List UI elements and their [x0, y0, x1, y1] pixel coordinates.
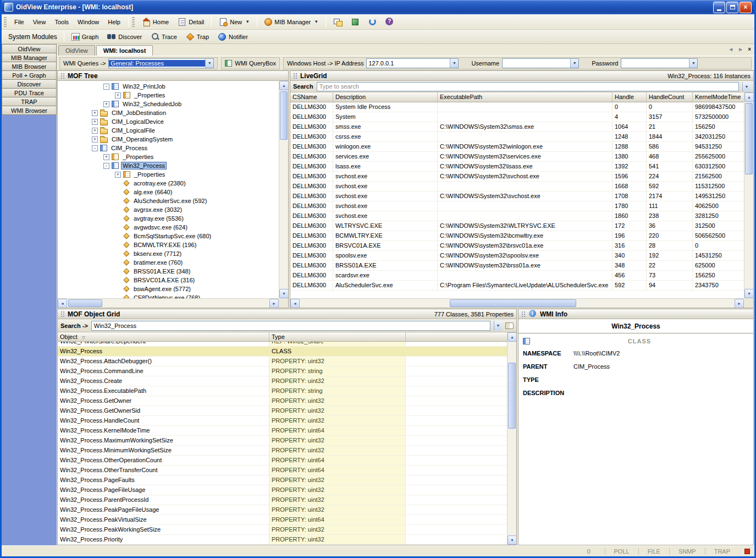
mib-manager-button[interactable]: MIB Manager ▼ — [261, 17, 322, 28]
home-button[interactable]: Home — [138, 16, 173, 28]
livegrid-row[interactable]: DELLM6300scardsvr.exe45673156250 — [290, 271, 744, 281]
scrollbar-thumb[interactable] — [508, 363, 516, 429]
column-header-executablepath[interactable]: ExecutablePath — [438, 92, 612, 102]
book-icon[interactable] — [505, 322, 514, 329]
mofgrid-row[interactable]: Win32_Process.OtherOperationCountPROPERT… — [58, 456, 507, 466]
mofgrid-row[interactable]: Win32_Process.OtherTransferCountPROPERTY… — [58, 466, 507, 475]
detail-button[interactable]: Detail — [174, 17, 208, 28]
mofgrid-row[interactable]: Win32_ProcessCLASS — [58, 347, 507, 357]
tree-expander[interactable]: + — [92, 136, 98, 143]
livegrid-row[interactable]: DELLM6300svchost.exe17801114062500 — [290, 201, 744, 211]
tree-item[interactable]: +CIM_JobDestination — [58, 108, 279, 117]
new-button[interactable]: New ▼ — [215, 17, 253, 28]
livegrid-row[interactable]: DELLM6300System Idle Process009869984375… — [290, 102, 744, 112]
tree-item[interactable]: CF8DotNetsvc.exe (768) — [58, 293, 279, 298]
tree-expander[interactable]: + — [115, 172, 121, 178]
chevron-down-icon[interactable]: ▼ — [494, 321, 502, 331]
mofgrid-row[interactable]: Win32_Process.MinimumWorkingSetSizePROPE… — [58, 446, 507, 456]
windows-tool-button[interactable] — [329, 16, 346, 28]
chevron-down-icon[interactable]: ▼ — [570, 59, 578, 68]
mofgrid-row[interactable]: Win32_Process.AttachDebugger()PROPERTY: … — [58, 357, 507, 366]
sidebar-item-mib-browser[interactable]: MIB Browser — [2, 62, 57, 71]
toolbar-graph-button[interactable]: Graph — [68, 31, 103, 42]
tree-item[interactable]: -CIM_Process — [58, 144, 279, 152]
column-header-type[interactable]: Type — [269, 332, 406, 341]
livegrid-hscrollbar[interactable]: ◄ ► — [290, 298, 744, 308]
tree-item[interactable]: BRSS01A.EXE (348) — [58, 267, 279, 276]
livegrid-row[interactable]: DELLM6300svchost.exeC:\WINDOWS\System32\… — [290, 192, 744, 201]
scroll-down-icon[interactable]: ▼ — [744, 289, 753, 298]
mofgrid-row[interactable]: Win32_Process.PeakWorkingSetSizePROPERTY… — [58, 525, 507, 535]
mofgrid-row[interactable]: Win32_Process.PageFaultsPROPERTY: uint32 — [58, 475, 507, 485]
chevron-down-icon[interactable]: ▼ — [689, 59, 697, 68]
livegrid-row[interactable]: DELLM6300lsass.exeC:\WINDOWS\system32\ls… — [290, 162, 744, 172]
tree-item[interactable]: avgrsx.exe (3032) — [58, 205, 279, 214]
scroll-left-icon[interactable]: ◄ — [58, 299, 67, 308]
livegrid-row[interactable]: DELLM6300BCMWLTRY.EXEC:\WINDOWS\System32… — [290, 231, 744, 241]
livegrid-row[interactable]: DELLM6300WLTRYSVC.EXEC:\WINDOWS\System32… — [290, 221, 744, 231]
livegrid-search-input[interactable]: Type to search — [317, 82, 739, 91]
tab-scroll-right-icon[interactable]: ► — [738, 46, 743, 52]
tree-item[interactable]: +_Properties — [58, 152, 279, 161]
mofgrid-row[interactable]: Win32_Process.GetOwnerPROPERTY: uint32 — [58, 396, 507, 406]
minimize-button[interactable] — [713, 2, 725, 13]
tree-item[interactable]: +CIM_OperatingSystem — [58, 135, 279, 144]
toolbar-trace-button[interactable]: Trace — [147, 31, 181, 42]
toolbar-discover-button[interactable]: Discover — [103, 31, 146, 42]
column-header-handle[interactable]: Handle — [612, 92, 647, 102]
livegrid-row[interactable]: DELLM6300csrss.exe12481844342031250 — [290, 132, 744, 142]
mofgrid-row[interactable]: Win32_Process.KernelModeTimePROPERTY: ui… — [58, 426, 507, 436]
livegrid-row[interactable]: DELLM6300spoolsv.exeC:\WINDOWS\system32\… — [290, 251, 744, 261]
tree-item[interactable]: BCMWLTRY.EXE (196) — [58, 240, 279, 249]
tree-expander[interactable]: + — [92, 128, 98, 134]
mofgrid-row[interactable]: Win32_Process.PageFileUsagePROPERTY: uin… — [58, 485, 507, 495]
tree-item[interactable]: bkserv.exe (7712) — [58, 249, 279, 258]
column-header-csname[interactable]: CSName — [290, 92, 333, 102]
livegrid-row[interactable]: DELLM6300BRSS01A.EXEC:\WINDOWS\system32\… — [290, 261, 744, 271]
tree-item[interactable]: bratimer.exe (760) — [58, 258, 279, 267]
wmi-querybox-group[interactable]: WMI QueryBox — [221, 57, 280, 69]
menu-view[interactable]: View — [29, 17, 51, 27]
scroll-down-icon[interactable]: ▼ — [279, 289, 288, 298]
scroll-left-icon[interactable]: ◄ — [290, 299, 300, 308]
scroll-up-icon[interactable]: ▲ — [279, 81, 288, 90]
tree-item[interactable]: BcmSqlStartupSvc.exe (680) — [58, 232, 279, 240]
password-combo[interactable]: ▼ — [621, 58, 698, 68]
scrollbar-thumb[interactable] — [450, 299, 576, 307]
tab-scroll-left-icon[interactable]: ◄ — [728, 46, 733, 52]
livegrid-row[interactable]: DELLM6300AluSchedulerSvc.exeC:\Program F… — [290, 281, 744, 291]
livegrid-row[interactable]: DELLM6300svchost.exe18602383281250 — [290, 211, 744, 221]
tree-expander[interactable]: + — [92, 110, 98, 116]
scroll-down-icon[interactable]: ▼ — [507, 535, 516, 545]
sidebar-item-wmi-browser[interactable]: WMI Browser — [2, 106, 57, 115]
sidebar-item-trap[interactable]: TRAP — [2, 97, 57, 106]
tab-oidview[interactable]: OidView — [58, 45, 95, 56]
column-header-kernelmodetime[interactable]: KernelModeTime — [693, 92, 744, 102]
modules-tool-button[interactable] — [347, 16, 363, 28]
scroll-up-icon[interactable]: ▲ — [744, 92, 753, 102]
mofgrid-row[interactable]: Win32_Process.GetOwnerSidPROPERTY: uint3… — [58, 406, 507, 416]
mofgrid-row[interactable]: Win32_Process.MaximumWorkingSetSizePROPE… — [58, 436, 507, 446]
livegrid-row[interactable]: DELLM6300System431575732500000 — [290, 112, 744, 122]
close-button[interactable]: × — [740, 2, 752, 13]
tree-item[interactable]: AluSchedulerSvc.exe (592) — [58, 196, 279, 205]
wmi-queries-combo[interactable]: General: Processes ▼ — [108, 58, 214, 68]
chevron-down-icon[interactable]: ▼ — [205, 59, 213, 68]
chevron-down-icon[interactable]: ▼ — [742, 82, 751, 91]
tree-expander[interactable]: + — [103, 101, 109, 107]
scroll-up-icon[interactable]: ▲ — [507, 332, 516, 342]
mofgrid-row[interactable]: Win32_PrinterShare.DependentREF: Win32_S… — [58, 342, 507, 347]
tree-item[interactable]: bswAgent.exe (5772) — [58, 285, 279, 293]
scrollbar-thumb[interactable] — [280, 91, 288, 140]
mof-grid-vscrollbar[interactable]: ▲ ▼ — [507, 332, 516, 545]
host-combo[interactable]: 127.0.0.1 ▼ — [366, 58, 459, 68]
mofgrid-row[interactable]: Win32_Process.HandleCountPROPERTY: uint3… — [58, 416, 507, 426]
mofgrid-row[interactable]: Win32_Process.CommandLinePROPERTY: strin… — [58, 366, 507, 376]
menu-window[interactable]: Window — [73, 17, 103, 27]
tree-item[interactable]: +CIM_LogicalDevice — [58, 117, 279, 126]
tree-item[interactable]: avgwdsvc.exe (624) — [58, 223, 279, 232]
help-tool-button[interactable] — [382, 16, 398, 28]
mof-tree-hscrollbar[interactable]: ◄ ► — [58, 298, 279, 308]
tree-expander[interactable]: + — [92, 119, 98, 125]
chevron-down-icon[interactable]: ▼ — [450, 59, 458, 68]
